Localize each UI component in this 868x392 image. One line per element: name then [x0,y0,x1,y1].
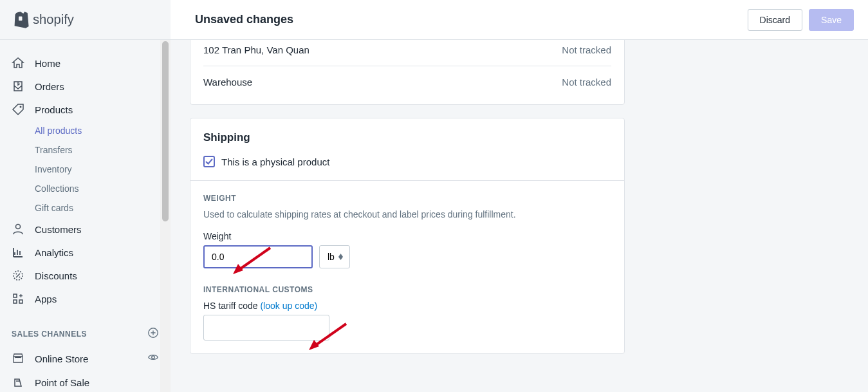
sidebar: Home Orders Products All products Transf… [0,40,171,392]
sidebar-item-orders[interactable]: Orders [0,75,171,98]
sidebar-item-label: Analytics [35,247,73,258]
unsaved-changes-title: Unsaved changes [195,13,293,26]
sales-channels-heading: SALES CHANNELS [12,330,87,339]
svg-point-3 [16,225,21,229]
sidebar-sub-transfers[interactable]: Transfers [0,140,171,160]
sidebar-sub-collections[interactable]: Collections [0,179,171,198]
discounts-icon [12,269,24,282]
sidebar-item-label: Products [35,104,73,115]
inventory-location: 102 Tran Phu, Van Quan [203,44,309,55]
svg-point-2 [20,106,22,108]
sidebar-item-customers[interactable]: Customers [0,218,171,241]
look-up-code-link[interactable]: (look up code) [260,301,317,311]
divider [190,180,624,181]
discard-button[interactable]: Discard [748,9,802,31]
hs-tariff-label: HS tariff code (look up code) [203,301,611,311]
shipping-title: Shipping [203,131,611,144]
products-icon [12,103,24,116]
select-spinner-icon [338,254,343,260]
sidebar-item-label: Online Store [35,353,88,364]
orders-icon [12,80,24,93]
weight-input[interactable] [203,245,313,268]
inventory-status: Not tracked [562,77,611,88]
sidebar-sub-inventory[interactable]: Inventory [0,160,171,179]
online-store-icon [12,352,24,365]
weight-label: Weight [203,231,611,241]
shipping-card: Shipping This is a physical product WEIG… [190,118,625,354]
weight-unit-value: lb [328,252,335,262]
sidebar-item-label: Point of Sale [35,377,89,388]
apps-icon [12,292,24,305]
weight-description: Used to calculate shipping rates at chec… [203,209,611,219]
sidebar-channel-online-store[interactable]: Online Store [0,346,171,371]
weight-heading: WEIGHT [203,194,611,203]
physical-product-checkbox[interactable] [203,156,215,167]
shopify-logo: shopify [0,0,171,39]
sidebar-item-label: Discounts [35,270,77,281]
sidebar-item-label: Home [35,58,60,69]
sidebar-item-label: Orders [35,81,64,92]
sidebar-item-label: Apps [35,294,57,304]
hs-tariff-input[interactable] [203,315,329,341]
sidebar-channel-point-of-sale[interactable]: Point of Sale [0,371,171,392]
inventory-row: Warehouse Not tracked [203,66,611,98]
save-button[interactable]: Save [809,9,854,31]
svg-rect-7 [14,294,17,297]
svg-text:shopify: shopify [33,12,75,26]
svg-point-6 [19,277,21,278]
home-icon [12,57,24,70]
svg-rect-8 [14,300,17,303]
customers-icon [12,223,24,236]
sidebar-scrollbar[interactable] [160,40,171,392]
main-content: 102 Tran Phu, Van Quan Not tracked Wareh… [171,40,868,392]
inventory-row: 102 Tran Phu, Van Quan Not tracked [203,40,611,66]
svg-point-5 [16,274,17,275]
svg-rect-9 [19,300,23,303]
sidebar-item-home[interactable]: Home [0,51,171,75]
svg-rect-1 [19,16,23,20]
sidebar-item-analytics[interactable]: Analytics [0,241,171,264]
svg-point-11 [152,356,155,359]
pos-icon [12,376,24,389]
view-store-icon[interactable] [147,351,159,366]
sidebar-item-products[interactable]: Products [0,98,171,121]
weight-unit-select[interactable]: lb [319,245,350,268]
sidebar-sub-gift-cards[interactable]: Gift cards [0,198,171,218]
physical-product-label: This is a physical product [221,156,329,167]
sidebar-item-label: Customers [35,224,82,235]
customs-heading: INTERNATIONAL CUSTOMS [203,285,611,294]
inventory-status: Not tracked [562,44,611,55]
inventory-location: Warehouse [203,77,252,88]
add-channel-icon[interactable] [147,327,159,341]
sidebar-item-apps[interactable]: Apps [0,287,171,310]
analytics-icon [12,246,24,259]
sidebar-sub-all-products[interactable]: All products [0,121,171,140]
sidebar-item-discounts[interactable]: Discounts [0,264,171,287]
